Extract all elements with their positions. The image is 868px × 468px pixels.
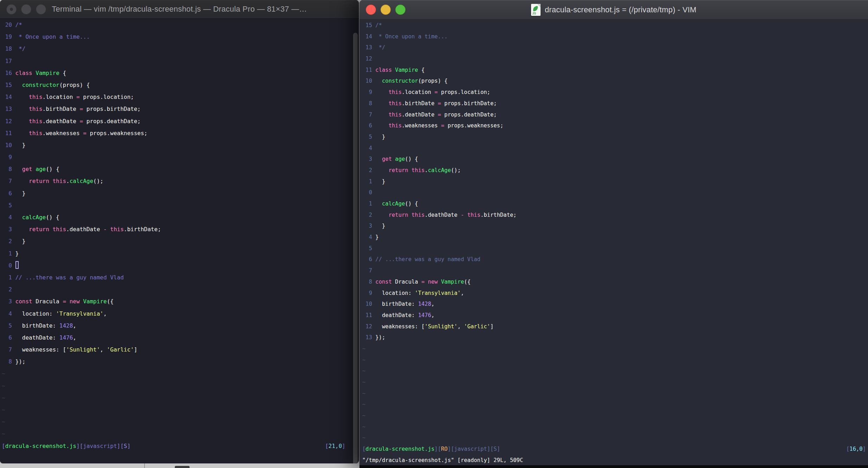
line-number: 11 [2,127,12,139]
code-token-fg: , [73,322,76,329]
code-token-fg [80,298,83,305]
line-number: 3 [362,154,372,165]
code-token-cmt: * Once upon a time... [15,33,90,40]
line-number: 8 [362,277,372,288]
code-token-fg [375,112,388,118]
macvim-titlebar[interactable]: JS dracula-screenshot.js = (/private/tmp… [359,0,868,20]
zoom-button[interactable] [395,5,406,15]
code-token-fg: location: [15,310,56,317]
line-number: 12 [362,321,372,333]
code-token-fg: } [15,238,26,245]
line-number: 15 [2,79,12,91]
line-number: 5 [362,132,372,143]
statusline-br: [ [846,444,849,455]
js-file-icon[interactable]: JS [531,4,541,16]
code-line: 8 this.birthDate = props.birthDate; [362,98,868,109]
vim-buffer-right[interactable]: 15/*14 * Once upon a time...13 */1211cla… [359,20,868,465]
code-token-fg: .birthDate; [124,226,161,233]
statusline-ro: RO [441,444,448,455]
code-token-fg: .birthDate [43,106,80,112]
code-token-pink: - [103,226,107,233]
code-token-green: calcAge [428,167,451,173]
desktop: Terminal — vim /tmp/dracula-screenshot.j… [0,0,868,468]
code-token-fg: () { [46,214,59,221]
line-number: 13 [362,332,372,343]
code-token-num: 1476 [418,312,431,318]
code-token-fg: ] [490,323,493,330]
line-number: 19 [2,31,12,43]
line-number: 10 [362,76,372,87]
code-token-fg [107,226,110,233]
code-token-pink: = [441,122,444,129]
code-line: 7 this.deathDate = props.deathDate; [362,109,868,121]
code-token-fg [375,100,388,107]
zoom-button[interactable] [36,4,46,14]
code-token-pink: this [52,178,66,184]
code-token-fg: , [431,312,434,318]
line-number: 3 [2,296,12,308]
line-number: 2 [2,235,12,247]
minimize-button[interactable] [381,5,391,15]
code-token-fg: deathDate: [375,312,418,318]
code-token-green: Vampire [83,298,107,305]
code-token-pink: - [461,212,464,218]
close-button[interactable] [366,5,376,15]
code-token-fg: deathDate: [15,334,59,341]
line-number: 5 [362,243,372,254]
code-token-green: age [36,166,46,172]
line-number: 14 [2,91,12,103]
line-number: 7 [2,344,12,356]
code-token-pink: this [110,226,124,233]
code-token-fg: } [375,134,385,140]
code-token-yellow: 'Sunlight' [425,323,457,330]
code-line: 13}); [362,332,868,343]
code-line: 12 this.deathDate = props.deathDate; [2,115,359,127]
line-number: 9 [2,151,12,163]
close-button[interactable] [6,4,17,14]
vim-statusline: [dracula-screenshot.js][javascript][S][2… [2,440,359,452]
code-token-pink: return [389,212,408,218]
code-line: 14 this.location = props.location; [2,91,359,103]
tilde-row: ~ [2,416,359,428]
terminal-scrollbar-thumb[interactable] [353,33,358,463]
line-number: 13 [362,42,372,53]
code-token-fg [15,82,22,88]
code-token-pink: = [63,298,66,305]
code-token-fg: props.location; [80,94,134,100]
code-token-pink: return [29,178,49,184]
code-line: 3const Dracula = new Vampire({ [2,296,359,308]
line-number: 10 [2,139,12,151]
code-line: 2 [2,284,359,296]
terminal-titlebar[interactable]: Terminal — vim /tmp/dracula-screenshot.j… [0,0,359,19]
code-token-fg [15,130,29,137]
tilde-row: ~ [362,399,868,410]
tilde-row: ~ [2,392,359,404]
terminal-window: Terminal — vim /tmp/dracula-screenshot.j… [0,0,359,463]
line-number: 4 [362,143,372,154]
code-token-fg: } [15,250,19,257]
tilde-row: ~ [362,388,868,399]
code-token-fg: . [425,167,428,173]
code-line: 5 } [362,132,868,143]
statusline-pos: 21,0 [328,440,342,452]
code-token-fg [15,166,22,172]
statusline-br: [ [2,440,5,452]
code-token-fg [375,201,382,207]
code-token-fg: .deathDate [425,212,461,218]
code-token-fg [32,70,36,76]
code-token-num: 1476 [59,334,73,341]
code-token-green: calcAge [382,201,405,207]
statusline-br: ] [497,444,500,455]
code-token-pink: this [467,212,480,218]
statusline-mode: javascript [83,440,117,452]
code-line: 9 location: 'Transylvania', [362,288,868,299]
code-token-green: age [395,156,405,162]
minimize-button[interactable] [21,4,31,14]
tilde-row: ~ [362,377,868,388]
code-line: 11 deathDate: 1476, [362,310,868,321]
vim-buffer-left[interactable]: 20/*19 * Once upon a time...18 */1716cla… [0,19,359,463]
code-line: 15 constructor(props) { [2,79,359,91]
statusline-mode: javascript [454,444,487,455]
line-number: 7 [362,109,372,121]
code-line: 4 [362,143,868,154]
